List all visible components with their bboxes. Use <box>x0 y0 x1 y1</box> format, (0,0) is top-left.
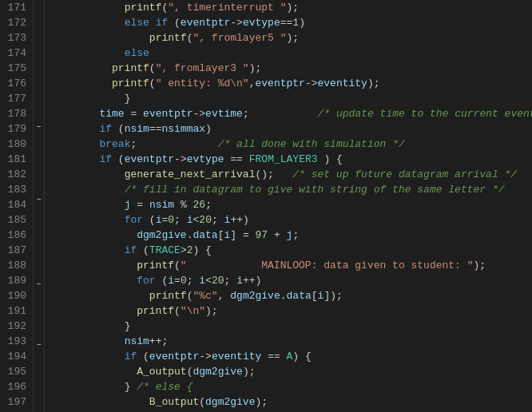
line-number-189: 189 <box>3 273 26 288</box>
fold-indicator-179 <box>34 97 44 109</box>
code-line-194: if (eventptr->eventity == A) { <box>50 349 532 364</box>
fold-indicator-188 <box>34 206 44 218</box>
fold-indicator-190 <box>34 230 44 242</box>
line-number-195: 195 <box>3 364 26 379</box>
line-number-182: 182 <box>3 167 26 182</box>
line-number-172: 172 <box>3 15 26 30</box>
fold-indicator-194[interactable]: − <box>34 279 44 291</box>
fold-indicator-195 <box>34 291 44 303</box>
code-line-191: printf("\n"); <box>50 303 532 319</box>
fold-indicator-184 <box>34 157 44 169</box>
code-line-190: printf("%c", dgm2give.data[i]); <box>50 288 532 303</box>
line-number-192: 192 <box>3 319 26 334</box>
line-number-179: 179 <box>3 121 26 137</box>
code-line-181: if (eventptr->evtype == FROM_LAYER3 ) { <box>50 152 532 167</box>
line-number-193: 193 <box>3 334 26 349</box>
fold-indicator-199[interactable]: − <box>34 339 44 351</box>
line-number-194: 194 <box>3 349 26 364</box>
code-line-175: printf(", fromlayer3 "); <box>50 61 532 76</box>
line-number-175: 175 <box>3 61 26 76</box>
fold-indicator-191 <box>34 242 44 254</box>
fold-indicator-187[interactable]: − <box>34 194 44 206</box>
line-number-196: 196 <box>3 379 26 394</box>
fold-indicator-196 <box>34 303 44 315</box>
code-line-187: if (TRACE>2) { <box>50 243 532 258</box>
line-number-176: 176 <box>3 76 26 91</box>
code-line-171: printf(", timerinterrupt "); <box>50 0 532 15</box>
code-line-186: dgm2give.data[i] = 97 + j; <box>50 228 532 243</box>
fold-indicator-204 <box>34 400 44 412</box>
line-number-197: 197 <box>3 394 26 410</box>
code-line-183: /* fill in datagram to give with string … <box>50 182 532 197</box>
line-numbers: 1711721731741751761771781791801811821831… <box>0 0 34 412</box>
code-line-189: for (i=0; i<20; i++) <box>50 273 532 288</box>
code-line-179: if (nsim==nsimmax) <box>50 121 532 137</box>
fold-indicator-175 <box>34 49 44 61</box>
code-line-173: printf(", fromlayer5 "); <box>50 30 532 46</box>
line-number-187: 187 <box>3 243 26 258</box>
code-line-188: printf(" MAINLOOP: data given to student… <box>50 258 532 273</box>
code-line-192: } <box>50 319 532 334</box>
line-number-173: 173 <box>3 30 26 46</box>
line-number-180: 180 <box>3 137 26 152</box>
fold-indicator-189 <box>34 218 44 230</box>
fold-indicator-171 <box>34 0 44 12</box>
fold-indicator-180 <box>34 109 44 121</box>
code-line-177: } <box>50 91 532 106</box>
fold-indicator-201 <box>34 363 44 375</box>
fold-column: −−−− <box>34 0 45 412</box>
fold-indicator-185 <box>34 169 44 181</box>
line-number-181: 181 <box>3 152 26 167</box>
fold-indicator-186 <box>34 182 44 194</box>
line-number-178: 178 <box>3 106 26 121</box>
line-number-190: 190 <box>3 288 26 303</box>
code-line-195: A_output(dgm2give); <box>50 364 532 379</box>
line-number-185: 185 <box>3 212 26 228</box>
fold-indicator-202 <box>34 375 44 387</box>
line-number-186: 186 <box>3 228 26 243</box>
code-line-180: break; /* all done with simulation */ <box>50 137 532 152</box>
line-number-174: 174 <box>3 46 26 61</box>
code-line-172: else if (eventptr->evtype==1) <box>50 15 532 30</box>
fold-indicator-176 <box>34 61 44 73</box>
code-editor: 1711721731741751761771781791801811821831… <box>0 0 532 412</box>
fold-indicator-197 <box>34 315 44 327</box>
fold-indicator-183 <box>34 145 44 157</box>
code-line-193: nsim++; <box>50 334 532 349</box>
fold-indicator-192 <box>34 255 44 267</box>
fold-indicator-172 <box>34 12 44 24</box>
code-line-197: B_output(dgm2give); <box>50 394 532 410</box>
fold-indicator-182 <box>34 133 44 145</box>
code-line-178: time = eventptr->evtime; /* update time … <box>50 106 532 121</box>
fold-indicator-198 <box>34 327 44 339</box>
line-number-184: 184 <box>3 197 26 212</box>
fold-indicator-178 <box>34 85 44 97</box>
line-number-183: 183 <box>3 182 26 197</box>
fold-indicator-200 <box>34 351 44 363</box>
line-number-177: 177 <box>3 91 26 106</box>
fold-indicator-193 <box>34 267 44 279</box>
fold-indicator-174 <box>34 37 44 49</box>
fold-indicator-173 <box>34 24 44 36</box>
code-line-182: generate_next_arrival(); /* set up futur… <box>50 167 532 182</box>
code-line-196: } /* else { <box>50 379 532 394</box>
fold-indicator-203 <box>34 388 44 400</box>
fold-indicator-181[interactable]: − <box>34 121 44 133</box>
line-number-188: 188 <box>3 258 26 273</box>
line-number-171: 171 <box>3 0 26 15</box>
line-number-191: 191 <box>3 303 26 319</box>
code-line-185: for (i=0; i<20; i++) <box>50 212 532 228</box>
code-line-184: j = nsim % 26; <box>50 197 532 212</box>
fold-indicator-177 <box>34 73 44 85</box>
code-content: printf(", timerinterrupt "); else if (ev… <box>45 0 532 412</box>
code-line-174: else <box>50 46 532 61</box>
code-line-176: printf(" entity: %d\n",eventptr->eventit… <box>50 76 532 91</box>
